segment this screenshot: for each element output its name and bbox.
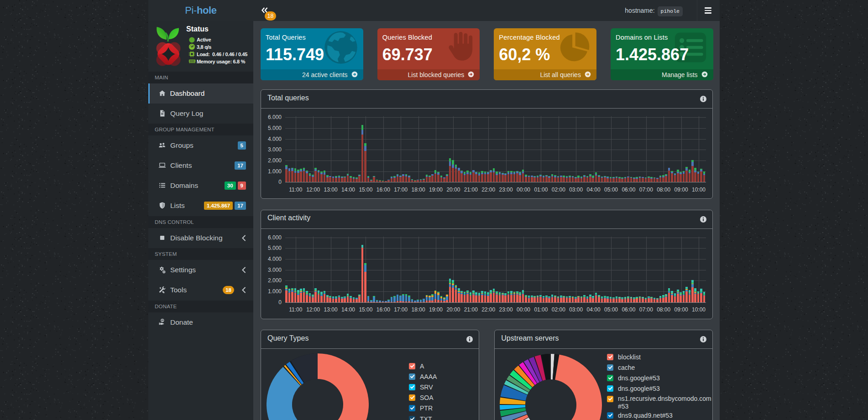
svg-text:01:00: 01:00	[534, 306, 548, 313]
svg-text:04:00: 04:00	[587, 306, 601, 313]
svg-text:1.000: 1.000	[268, 288, 282, 295]
svg-text:11:00: 11:00	[289, 187, 302, 193]
svg-text:2.000: 2.000	[268, 277, 282, 284]
svg-text:07:00: 07:00	[639, 187, 653, 193]
svg-text:09:00: 09:00	[675, 187, 688, 193]
svg-text:08:00: 08:00	[657, 187, 670, 193]
svg-text:14:00: 14:00	[341, 187, 355, 193]
svg-text:10:00: 10:00	[692, 187, 706, 193]
svg-text:13:00: 13:00	[324, 306, 338, 313]
svg-text:01:00: 01:00	[534, 187, 548, 193]
svg-text:15:00: 15:00	[359, 306, 372, 313]
svg-text:07:00: 07:00	[639, 306, 653, 313]
svg-text:5.000: 5.000	[268, 125, 282, 131]
svg-text:20:00: 20:00	[446, 187, 460, 193]
svg-text:18:00: 18:00	[412, 306, 425, 313]
svg-text:03:00: 03:00	[569, 187, 583, 193]
svg-text:17:00: 17:00	[394, 306, 408, 313]
svg-text:00:00: 00:00	[517, 306, 530, 313]
svg-text:2.000: 2.000	[268, 157, 282, 164]
svg-text:5.000: 5.000	[268, 245, 282, 251]
svg-text:13:00: 13:00	[324, 187, 338, 193]
svg-text:4.000: 4.000	[268, 256, 282, 262]
svg-text:6.000: 6.000	[268, 114, 282, 120]
svg-text:22:00: 22:00	[481, 187, 495, 193]
svg-text:05:00: 05:00	[604, 306, 618, 313]
svg-text:4.000: 4.000	[268, 136, 282, 142]
svg-text:02:00: 02:00	[552, 306, 565, 313]
svg-text:06:00: 06:00	[622, 306, 635, 313]
svg-text:3.000: 3.000	[268, 267, 282, 273]
svg-text:12:00: 12:00	[306, 306, 320, 313]
svg-text:08:00: 08:00	[657, 306, 670, 313]
svg-text:03:00: 03:00	[569, 306, 583, 313]
svg-text:16:00: 16:00	[376, 187, 390, 193]
svg-text:16:00: 16:00	[376, 306, 390, 313]
svg-text:17:00: 17:00	[394, 187, 408, 193]
svg-text:10:00: 10:00	[692, 306, 706, 313]
svg-text:15:00: 15:00	[359, 187, 372, 193]
svg-text:09:00: 09:00	[675, 306, 688, 313]
svg-text:23:00: 23:00	[499, 306, 513, 313]
svg-text:19:00: 19:00	[429, 187, 443, 193]
svg-text:00:00: 00:00	[517, 187, 530, 193]
svg-text:3.000: 3.000	[268, 146, 282, 153]
svg-text:18:00: 18:00	[412, 187, 425, 193]
svg-text:1.000: 1.000	[268, 168, 282, 175]
svg-text:0: 0	[278, 179, 282, 185]
svg-text:14:00: 14:00	[341, 306, 355, 313]
svg-text:0: 0	[278, 299, 282, 306]
svg-text:12:00: 12:00	[306, 187, 320, 193]
svg-text:21:00: 21:00	[464, 306, 478, 313]
svg-text:6.000: 6.000	[268, 234, 282, 241]
svg-text:11:00: 11:00	[289, 306, 302, 313]
svg-text:04:00: 04:00	[587, 187, 601, 193]
svg-text:20:00: 20:00	[446, 306, 460, 313]
svg-text:22:00: 22:00	[481, 306, 495, 313]
svg-text:06:00: 06:00	[622, 187, 635, 193]
svg-text:23:00: 23:00	[499, 187, 513, 193]
svg-text:05:00: 05:00	[604, 187, 618, 193]
svg-text:19:00: 19:00	[429, 306, 443, 313]
svg-text:02:00: 02:00	[552, 187, 565, 193]
svg-text:21:00: 21:00	[464, 187, 478, 193]
